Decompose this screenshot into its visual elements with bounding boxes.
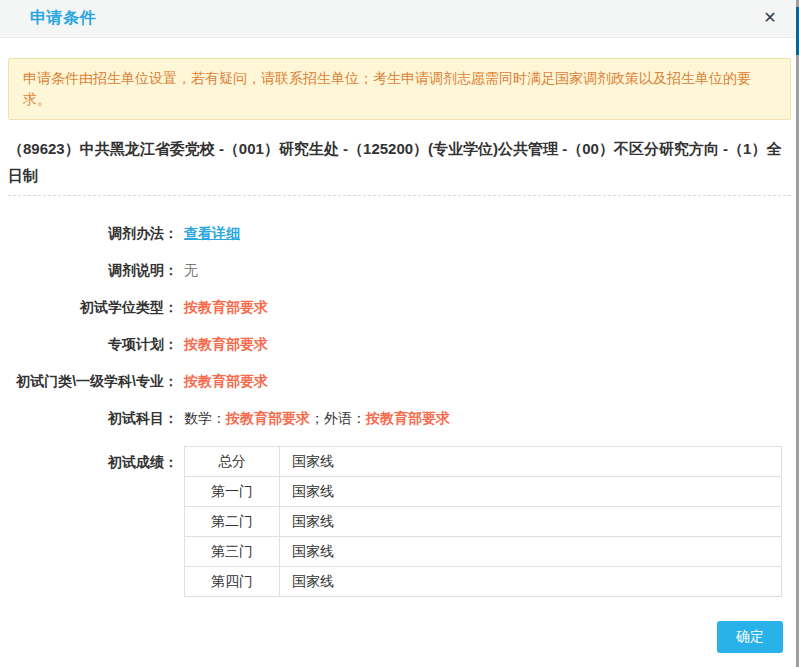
degree-type-label: 初试学位类型： — [8, 298, 178, 317]
scores-label: 初试成绩： — [8, 446, 178, 472]
field-row-special-plan: 专项计划： 按教育部要求 — [8, 335, 791, 354]
score-subject: 第一门 — [185, 477, 280, 507]
table-row: 第三门 国家线 — [185, 537, 782, 567]
special-plan-value: 按教育部要求 — [184, 335, 268, 354]
dialog-title: 申请条件 — [30, 8, 96, 29]
score-subject: 总分 — [185, 447, 280, 477]
score-requirement: 国家线 — [280, 477, 782, 507]
score-requirement: 国家线 — [280, 567, 782, 597]
condition-fields: 调剂办法： 查看详细 调剂说明： 无 初试学位类型： 按教育部要求 专项计划： … — [8, 224, 791, 597]
field-row-method: 调剂办法： 查看详细 — [8, 224, 791, 243]
field-row-subjects: 初试科目： 数学：按教育部要求；外语：按教育部要求 — [8, 409, 791, 428]
table-row: 第四门 国家线 — [185, 567, 782, 597]
confirm-button[interactable]: 确定 — [717, 621, 783, 653]
subjects-math-label: 数学： — [184, 410, 226, 426]
score-table: 总分 国家线 第一门 国家线 第二门 国家线 第三门 — [184, 446, 782, 597]
subjects-math-value: 按教育部要求 — [226, 410, 310, 426]
method-label: 调剂办法： — [8, 224, 178, 243]
subjects-label: 初试科目： — [8, 409, 178, 428]
score-requirement: 国家线 — [280, 447, 782, 477]
apply-conditions-dialog: 申请条件 ✕ 申请条件由招生单位设置，若有疑问，请联系招生单位；考生申请调剂志愿… — [0, 0, 799, 667]
field-row-note: 调剂说明： 无 — [8, 261, 791, 280]
table-row: 第二门 国家线 — [185, 507, 782, 537]
table-row: 总分 国家线 — [185, 447, 782, 477]
table-row: 第一门 国家线 — [185, 477, 782, 507]
field-row-scores: 初试成绩： 总分 国家线 第一门 国家线 第二门 国家线 — [8, 446, 791, 597]
degree-type-value: 按教育部要求 — [184, 298, 268, 317]
program-info: （89623）中共黑龙江省委党校 -（001）研究生处 -（125200）(专业… — [8, 135, 791, 196]
dialog-body: 申请条件由招生单位设置，若有疑问，请联系招生单位；考生申请调剂志愿需同时满足国家… — [0, 38, 799, 597]
score-requirement: 国家线 — [280, 507, 782, 537]
score-subject: 第四门 — [185, 567, 280, 597]
score-subject: 第二门 — [185, 507, 280, 537]
view-detail-link[interactable]: 查看详细 — [184, 224, 240, 243]
close-icon[interactable]: ✕ — [759, 7, 781, 29]
field-row-degree-type: 初试学位类型： 按教育部要求 — [8, 298, 791, 317]
category-label: 初试门类\一级学科\专业： — [8, 372, 178, 391]
score-requirement: 国家线 — [280, 537, 782, 567]
category-value: 按教育部要求 — [184, 372, 268, 391]
note-value: 无 — [184, 261, 198, 280]
score-subject: 第三门 — [185, 537, 280, 567]
field-row-category: 初试门类\一级学科\专业： 按教育部要求 — [8, 372, 791, 391]
note-label: 调剂说明： — [8, 261, 178, 280]
subjects-foreign-value: 按教育部要求 — [366, 410, 450, 426]
special-plan-label: 专项计划： — [8, 335, 178, 354]
dialog-header: 申请条件 — [0, 0, 799, 38]
subjects-separator: ；外语： — [310, 410, 366, 426]
notice-banner: 申请条件由招生单位设置，若有疑问，请联系招生单位；考生申请调剂志愿需同时满足国家… — [8, 58, 791, 120]
subjects-value: 数学：按教育部要求；外语：按教育部要求 — [184, 409, 450, 428]
